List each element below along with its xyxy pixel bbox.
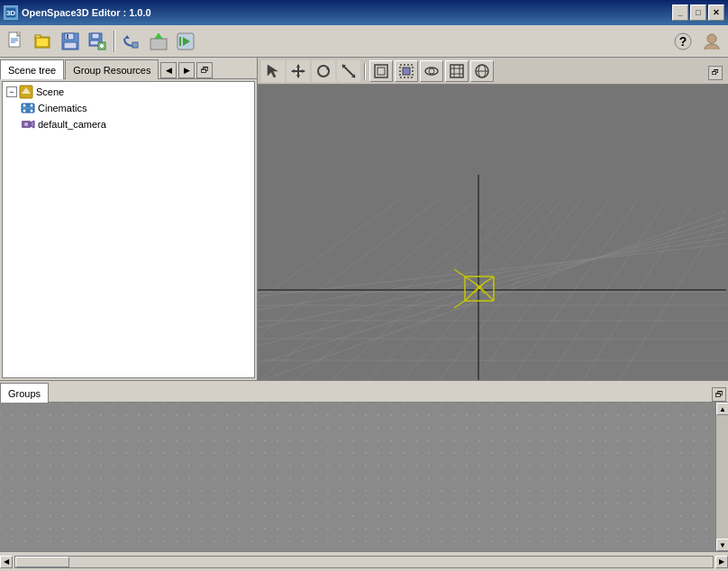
vp-frame-sel-button[interactable] [395,60,418,82]
tree-item-cinematics[interactable]: Cinematics [5,100,252,116]
viewport-grid [258,85,728,380]
svg-rect-58 [450,65,463,77]
viewport-maximize-button[interactable]: 🗗 [708,66,723,80]
svg-point-33 [31,104,33,107]
svg-rect-20 [150,39,167,50]
tab-next-button[interactable]: ▶ [178,62,195,78]
tree-panel: − Scene [2,81,255,378]
svg-marker-45 [291,69,295,73]
tree-label-cinematics: Cinematics [38,103,86,113]
vp-select-button[interactable] [261,60,285,82]
svg-point-28 [707,34,716,43]
title-bar: 3D OpenSpace3D Editor : 1.0.0 _ □ ✕ [0,0,728,25]
title-left: 3D OpenSpace3D Editor : 1.0.0 [4,5,151,20]
horizontal-scrollbar[interactable] [14,556,714,568]
new-button[interactable] [4,29,29,54]
svg-rect-55 [403,68,410,75]
scroll-thumb[interactable] [15,557,69,567]
tabs-row: Scene tree Group Resources ◀ ▶ 🗗 [0,58,257,79]
svg-rect-11 [64,42,77,49]
bottom-bar: ◀ ▶ [0,551,728,571]
svg-rect-52 [375,65,387,77]
tree-expander-scene[interactable]: − [6,86,17,97]
tab-prev-button[interactable]: ◀ [160,62,177,78]
maximize-button[interactable]: □ [690,5,706,21]
tab-groups[interactable]: Groups [0,383,49,403]
svg-point-57 [429,68,434,74]
tab-expand-button[interactable]: 🗗 [196,62,213,78]
tree-label-scene: Scene [36,86,64,97]
groups-panel: ▲ ▼ [0,403,728,551]
tree-item-scene[interactable]: − Scene [5,84,252,100]
left-panel: Scene tree Group Resources ◀ ▶ 🗗 − [0,58,258,380]
undo-button[interactable] [119,29,144,54]
bottom-section: Groups 🗗 ▲ ▼ [0,380,728,551]
svg-marker-46 [302,69,305,73]
viewport: 🗗 [258,58,728,380]
svg-marker-40 [268,65,278,77]
svg-point-47 [318,66,329,77]
svg-point-34 [23,110,26,113]
cinematics-icon [21,101,35,115]
svg-text:3D: 3D [6,9,15,17]
vp-frame-all-button[interactable] [369,60,393,82]
svg-marker-38 [31,121,34,128]
svg-point-32 [23,104,26,107]
toolbar-separator-1 [114,31,115,52]
svg-point-39 [24,122,28,126]
groups-scrollbar-vertical: ▲ ▼ [715,403,728,551]
window-controls: _ □ ✕ [672,5,724,21]
scroll-track[interactable] [716,415,728,539]
open-button[interactable] [31,29,56,54]
vp-rotate-button[interactable] [312,60,335,82]
groups-tab-row: Groups 🗗 [0,381,728,403]
viewport-toolbar: 🗗 [258,58,728,85]
tab-scene-tree[interactable]: Scene tree [0,59,64,79]
svg-point-35 [31,110,33,113]
scene-icon [19,85,33,99]
svg-rect-8 [36,38,49,47]
scene-canvas[interactable] [258,85,728,380]
user-button[interactable] [699,29,724,54]
vp-orbit-button[interactable] [420,60,443,82]
app-icon: 3D [4,5,18,20]
vp-walk-button[interactable] [445,60,469,82]
tree-label-camera: default_camera [38,119,106,130]
tab-group-resources[interactable]: Group Resources [65,59,159,79]
scroll-left-button[interactable]: ◀ [0,556,13,568]
svg-rect-19 [132,42,138,48]
play-button[interactable] [173,29,198,54]
save-as-button[interactable] [85,29,110,54]
vp-scale-button[interactable] [337,60,360,82]
svg-marker-43 [296,64,300,68]
toolbar-right: ? [670,29,724,54]
app-title: OpenSpace3D Editor : 1.0.0 [22,7,151,18]
help-button[interactable]: ? [670,29,696,54]
vp-move-button[interactable] [287,60,310,82]
scroll-down-button[interactable]: ▼ [716,539,728,551]
save-button[interactable] [58,29,83,54]
svg-line-49 [342,65,355,77]
vp-sep-1 [364,63,366,79]
scroll-right-button[interactable]: ▶ [715,556,728,568]
svg-rect-14 [92,33,99,39]
svg-rect-53 [378,68,385,75]
vp-grid-button[interactable] [470,60,494,82]
close-button[interactable]: ✕ [708,5,724,21]
camera-icon [21,117,35,131]
export-button[interactable] [146,29,171,54]
svg-marker-44 [296,75,300,78]
minimize-button[interactable]: _ [672,5,688,21]
svg-text:?: ? [679,34,687,49]
main-toolbar: ? [0,25,728,58]
groups-panel-expand-button[interactable]: 🗗 [712,387,726,402]
scroll-up-button[interactable]: ▲ [716,403,728,415]
svg-rect-12 [67,34,68,39]
top-section: Scene tree Group Resources ◀ ▶ 🗗 − [0,58,728,380]
tree-item-camera[interactable]: default_camera [5,116,252,132]
svg-rect-10 [65,33,74,40]
main-container: Scene tree Group Resources ◀ ▶ 🗗 − [0,58,728,551]
